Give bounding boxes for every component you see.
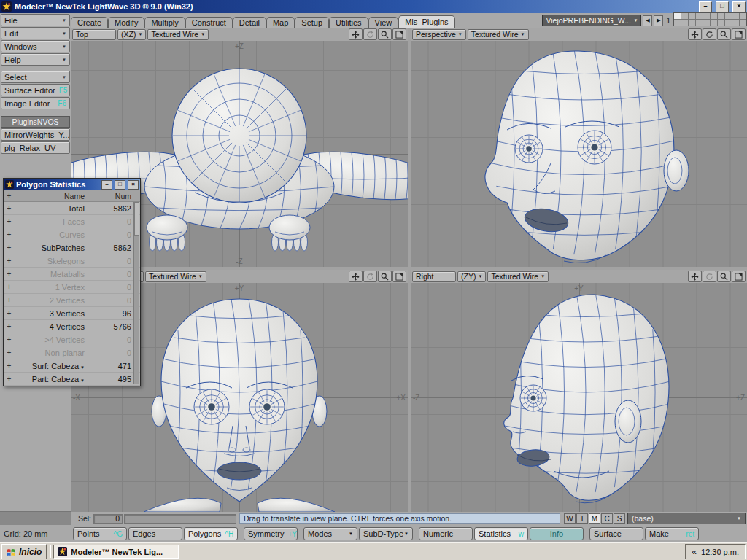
expand-plus-button[interactable]: + <box>4 270 15 278</box>
render-mode-dropdown[interactable]: Textured Wire▼ <box>147 29 209 40</box>
pan-view-icon[interactable] <box>349 28 363 40</box>
layer-cell[interactable] <box>732 20 739 26</box>
stats-scrollbar[interactable] <box>133 202 139 384</box>
expand-plus-button[interactable]: + <box>4 362 15 370</box>
make-button[interactable]: Makeret <box>645 527 699 540</box>
close-button[interactable]: × <box>732 1 746 12</box>
vmap-color-button[interactable]: C <box>601 513 613 524</box>
viewport-right-canvas[interactable]: +Y -Z +Z <box>411 283 747 512</box>
close-button[interactable]: × <box>128 180 139 190</box>
mirrorweights-plugin-button[interactable]: MirrorWeights_Y... <box>1 128 70 141</box>
vmap-selection-button[interactable]: S <box>614 513 625 524</box>
layer-cell[interactable] <box>674 20 681 26</box>
layer-cell[interactable] <box>732 13 739 19</box>
tab-detail[interactable]: Detail <box>233 17 266 28</box>
layer-cell[interactable] <box>689 13 695 19</box>
zoom-view-icon[interactable] <box>717 271 731 282</box>
help-menu[interactable]: Help▼ <box>1 53 70 66</box>
minimize-button[interactable]: – <box>101 180 112 190</box>
tab-modify[interactable]: Modify <box>108 17 144 28</box>
layer-selector-grid[interactable] <box>673 12 747 26</box>
minimize-button[interactable]: – <box>699 1 712 12</box>
polygons-mode-button[interactable]: Polygons^H <box>184 527 238 540</box>
maximize-view-icon[interactable] <box>392 271 406 282</box>
layer-cell[interactable] <box>703 13 710 19</box>
layer-bank-next-button[interactable]: ▶ <box>654 15 663 26</box>
view-axis-dropdown[interactable]: (XZ)▼ <box>117 29 146 40</box>
tab-create[interactable]: Create <box>71 17 108 28</box>
layer-cell[interactable] <box>674 13 681 19</box>
layer-cell[interactable] <box>711 20 717 26</box>
image-editor-button[interactable]: Image EditorF6 <box>1 97 70 109</box>
modes-dropdown[interactable]: Modes▼ <box>303 527 357 540</box>
zoom-view-icon[interactable] <box>378 28 392 40</box>
edit-menu[interactable]: Edit▼ <box>1 27 70 39</box>
view-axis-dropdown[interactable]: (ZY)▼ <box>457 271 486 282</box>
rotate-view-icon[interactable] <box>703 28 716 40</box>
expand-plus-button[interactable]: + <box>4 244 15 252</box>
maximize-view-icon[interactable] <box>732 28 746 40</box>
start-button[interactable]: Inicio <box>1 544 47 559</box>
expand-plus-button[interactable]: + <box>4 322 15 330</box>
relax-uv-plugin-button[interactable]: plg_Relax_UV <box>1 141 70 154</box>
stats-panel-titlebar[interactable]: Polygon Statistics – □ × <box>4 179 140 190</box>
points-mode-button[interactable]: Points^G <box>73 527 127 540</box>
maximize-view-icon[interactable] <box>732 271 746 282</box>
layer-cell[interactable] <box>703 20 710 26</box>
tab-multiply[interactable]: Multiply <box>144 17 185 28</box>
vmap-texture-button[interactable]: T <box>576 513 588 524</box>
tab-utilities[interactable]: Utilities <box>329 17 368 28</box>
subd-type-dropdown[interactable]: SubD-Type▼ <box>359 527 413 540</box>
layer-cell[interactable] <box>711 13 717 19</box>
pan-view-icon[interactable] <box>688 271 702 282</box>
vmap-weight-button[interactable]: W <box>564 513 576 524</box>
maximize-view-icon[interactable] <box>392 28 406 40</box>
rotate-view-icon[interactable] <box>363 28 377 40</box>
view-type-dropdown[interactable]: Perspective▼ <box>412 29 466 40</box>
info-panel-button[interactable]: Info <box>530 527 584 540</box>
layer-cell[interactable] <box>740 20 746 26</box>
layer-cell[interactable] <box>740 13 746 19</box>
vmap-selection-dropdown[interactable]: (base) ▼ <box>627 513 746 524</box>
expand-plus-button[interactable]: + <box>4 296 15 304</box>
render-mode-dropdown[interactable]: Textured Wire▼ <box>468 29 529 40</box>
layer-cell[interactable] <box>718 20 724 26</box>
part-filter-dropdown[interactable]: Part: Cabeza▼ <box>15 375 86 384</box>
expand-plus-button[interactable]: + <box>4 349 15 357</box>
view-type-dropdown[interactable]: Right <box>412 271 456 282</box>
pan-view-icon[interactable] <box>349 271 363 282</box>
layer-cell[interactable] <box>689 20 695 26</box>
modeler-task-button[interactable]: Modeler™ NewTek Lig... <box>53 545 179 559</box>
tab-construct[interactable]: Construct <box>185 17 233 28</box>
tab-setup[interactable]: Setup <box>295 17 329 28</box>
windows-menu[interactable]: Windows▼ <box>1 40 70 52</box>
layer-cell[interactable] <box>681 20 688 26</box>
expand-plus-button[interactable]: + <box>4 217 15 225</box>
preset-dropdown[interactable]: ViejoPREBENDING_W... ▼ <box>542 15 641 26</box>
vmap-morph-button[interactable]: M <box>589 513 600 524</box>
numeric-panel-button[interactable]: Numeric <box>419 527 473 540</box>
symmetry-toggle-button[interactable]: Symmetry+Y <box>244 527 298 540</box>
file-menu[interactable]: File▼ <box>1 14 70 26</box>
tray-expand-button[interactable]: « <box>692 548 697 556</box>
maximize-button[interactable]: □ <box>716 1 729 12</box>
expand-plus-button[interactable]: + <box>4 230 15 238</box>
pan-view-icon[interactable] <box>688 28 702 40</box>
layer-bank-prev-button[interactable]: ◀ <box>643 15 652 26</box>
surface-filter-dropdown[interactable]: Surf: Cabeza▼ <box>15 362 86 370</box>
render-mode-dropdown[interactable]: Textured Wire▼ <box>145 271 206 282</box>
maximize-button[interactable]: □ <box>115 180 125 190</box>
layer-cell[interactable] <box>725 13 732 19</box>
edges-mode-button[interactable]: Edges <box>128 527 182 540</box>
surface-editor-button[interactable]: Surface EditorF5 <box>1 84 70 96</box>
layer-cell[interactable] <box>681 13 688 19</box>
scrollbar-thumb[interactable] <box>134 202 139 236</box>
select-menu[interactable]: Select▼ <box>1 71 70 83</box>
tab-view[interactable]: View <box>368 17 399 28</box>
surface-button[interactable]: Surface <box>589 527 643 540</box>
expand-plus-button[interactable]: + <box>4 204 15 212</box>
expand-plus-button[interactable]: + <box>4 375 15 383</box>
statistics-panel-button[interactable]: Statisticsw <box>474 527 528 540</box>
rotate-view-icon[interactable] <box>703 271 716 282</box>
expand-plus-button[interactable]: + <box>4 309 15 317</box>
